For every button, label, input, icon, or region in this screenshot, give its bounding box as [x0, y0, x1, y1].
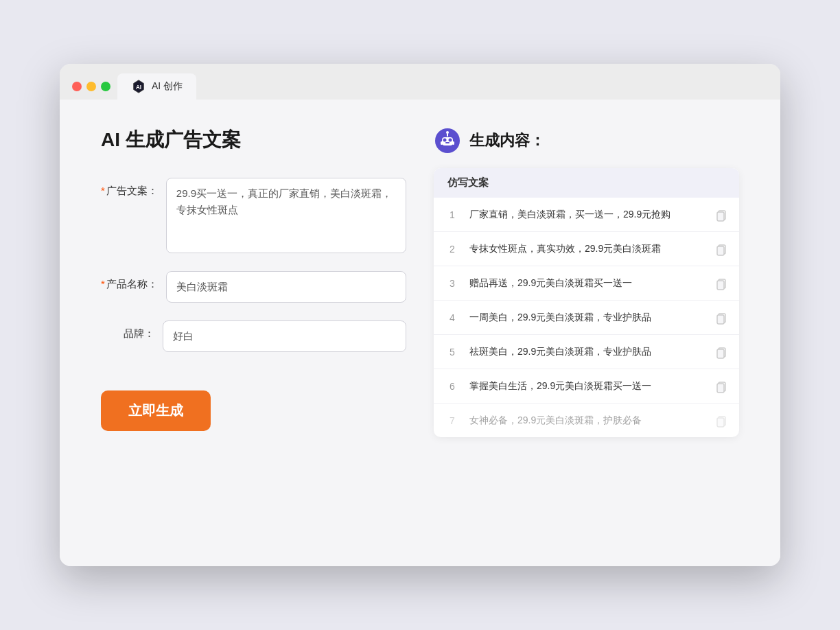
row-text: 专抹女性斑点，真实功效，29.9元美白淡斑霜 — [469, 242, 705, 256]
form-group-ad-copy: *广告文案： 29.9买一送一，真正的厂家直销，美白淡斑霜，专抹女性斑点 — [101, 178, 406, 253]
result-table-header: 仿写文案 — [434, 168, 739, 198]
required-marker: * — [101, 185, 105, 196]
copy-icon[interactable] — [714, 414, 728, 428]
svg-rect-12 — [717, 212, 724, 221]
browser-tab[interactable]: AI AI 创作 — [117, 73, 196, 100]
traffic-light-fullscreen[interactable] — [101, 82, 110, 91]
row-text: 掌握美白生活，29.9元美白淡斑霜买一送一 — [469, 379, 705, 393]
svg-rect-22 — [717, 384, 724, 393]
row-number: 7 — [445, 415, 460, 426]
traffic-light-minimize[interactable] — [86, 82, 96, 91]
ai-tab-icon: AI — [131, 79, 146, 94]
copy-icon[interactable] — [714, 208, 728, 222]
form-group-product-name: *产品名称： — [101, 271, 406, 303]
svg-point-4 — [443, 139, 447, 142]
row-text: 祛斑美白，29.9元美白淡斑霜，专业护肤品 — [469, 345, 705, 359]
browser-content: AI 生成广告文案 *广告文案： 29.9买一送一，真正的厂家直销，美白淡斑霜，… — [60, 100, 780, 566]
label-ad-copy: *广告文案： — [101, 178, 166, 198]
row-number: 1 — [445, 209, 460, 220]
svg-point-5 — [449, 139, 452, 142]
label-brand: 品牌： — [101, 320, 163, 340]
svg-rect-18 — [717, 315, 724, 324]
required-marker-2: * — [101, 278, 105, 290]
input-brand[interactable] — [163, 320, 406, 352]
traffic-lights — [72, 82, 110, 100]
copy-icon[interactable] — [714, 277, 728, 290]
row-text: 女神必备，29.9元美白淡斑霜，护肤必备 — [469, 413, 705, 428]
label-product-name: *产品名称： — [101, 271, 166, 291]
svg-rect-20 — [717, 349, 724, 358]
svg-point-8 — [446, 131, 449, 134]
copy-icon[interactable] — [714, 380, 728, 393]
svg-rect-10 — [452, 141, 454, 145]
row-text: 一周美白，29.9元美白淡斑霜，专业护肤品 — [469, 310, 705, 325]
result-header: 生成内容： — [434, 127, 739, 154]
robot-icon — [434, 127, 461, 154]
browser-titlebar: AI AI 创作 — [60, 64, 780, 100]
tab-label: AI 创作 — [152, 80, 183, 93]
svg-rect-24 — [717, 418, 724, 427]
result-row: 5 祛斑美白，29.9元美白淡斑霜，专业护肤品 — [434, 335, 739, 369]
result-table: 仿写文案 1 厂家直销，美白淡斑霜，买一送一，29.9元抢购 2 专抹女性斑点，… — [434, 168, 739, 437]
result-row-faded: 7 女神必备，29.9元美白淡斑霜，护肤必备 — [434, 404, 739, 437]
traffic-light-close[interactable] — [72, 82, 82, 91]
result-row: 6 掌握美白生活，29.9元美白淡斑霜买一送一 — [434, 369, 739, 404]
form-group-brand: 品牌： — [101, 320, 406, 352]
row-number: 3 — [445, 278, 460, 289]
browser-window: AI AI 创作 AI 生成广告文案 *广告文案： 29.9买一送一，真正的厂家… — [60, 64, 780, 566]
right-panel: 生成内容： 仿写文案 1 厂家直销，美白淡斑霜，买一送一，29.9元抢购 2 专… — [434, 127, 739, 532]
textarea-ad-copy[interactable]: 29.9买一送一，真正的厂家直销，美白淡斑霜，专抹女性斑点 — [166, 178, 406, 253]
page-title: AI 生成广告文案 — [101, 127, 406, 153]
left-panel: AI 生成广告文案 *广告文案： 29.9买一送一，真正的厂家直销，美白淡斑霜，… — [101, 127, 406, 532]
generate-button[interactable]: 立即生成 — [101, 390, 211, 431]
svg-text:AI: AI — [136, 84, 141, 91]
copy-icon[interactable] — [714, 311, 728, 325]
row-number: 5 — [445, 347, 460, 358]
result-title: 生成内容： — [469, 130, 545, 151]
result-row: 2 专抹女性斑点，真实功效，29.9元美白淡斑霜 — [434, 232, 739, 266]
svg-rect-9 — [441, 141, 443, 145]
svg-rect-6 — [445, 142, 450, 143]
input-product-name[interactable] — [166, 271, 406, 303]
result-row: 1 厂家直销，美白淡斑霜，买一送一，29.9元抢购 — [434, 198, 739, 232]
row-number: 2 — [445, 244, 460, 255]
svg-rect-3 — [442, 137, 453, 145]
copy-icon[interactable] — [714, 242, 728, 256]
copy-icon[interactable] — [714, 345, 728, 359]
row-text: 厂家直销，美白淡斑霜，买一送一，29.9元抢购 — [469, 207, 705, 222]
row-text: 赠品再送，29.9元美白淡斑霜买一送一 — [469, 276, 705, 290]
row-number: 4 — [445, 312, 460, 323]
result-row: 4 一周美白，29.9元美白淡斑霜，专业护肤品 — [434, 301, 739, 335]
result-row: 3 赠品再送，29.9元美白淡斑霜买一送一 — [434, 266, 739, 301]
svg-rect-14 — [717, 246, 724, 255]
svg-rect-16 — [717, 281, 724, 290]
row-number: 6 — [445, 381, 460, 392]
